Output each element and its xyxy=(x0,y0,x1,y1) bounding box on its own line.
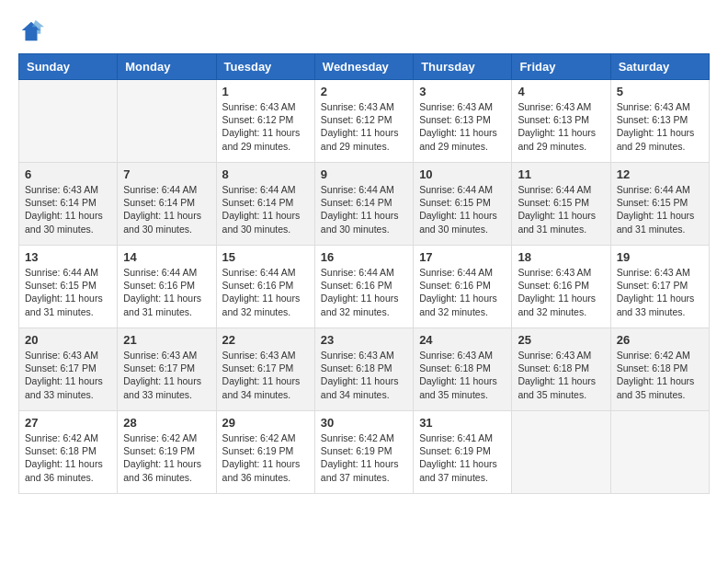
day-number: 27 xyxy=(25,416,111,430)
calendar-cell: 21Sunrise: 6:43 AMSunset: 6:17 PMDayligh… xyxy=(118,328,216,411)
cell-info: Sunrise: 6:42 AMSunset: 6:19 PMDaylight:… xyxy=(321,431,407,484)
calendar-cell: 4Sunrise: 6:43 AMSunset: 6:13 PMDaylight… xyxy=(512,80,610,163)
calendar-cell: 23Sunrise: 6:43 AMSunset: 6:18 PMDayligh… xyxy=(314,328,413,411)
cell-info: Sunrise: 6:43 AMSunset: 6:17 PMDaylight:… xyxy=(123,349,210,401)
calendar-cell: 1Sunrise: 6:43 AMSunset: 6:12 PMDaylight… xyxy=(216,80,314,163)
weekday-header: Friday xyxy=(512,54,610,80)
day-number: 20 xyxy=(25,333,111,347)
calendar-cell: 18Sunrise: 6:43 AMSunset: 6:16 PMDayligh… xyxy=(512,246,610,328)
day-number: 31 xyxy=(419,416,506,430)
cell-info: Sunrise: 6:44 AMSunset: 6:16 PMDaylight:… xyxy=(419,266,506,318)
calendar-header-row: SundayMondayTuesdayWednesdayThursdayFrid… xyxy=(19,54,710,80)
weekday-header: Thursday xyxy=(414,54,512,80)
calendar-cell: 11Sunrise: 6:44 AMSunset: 6:15 PMDayligh… xyxy=(512,163,610,246)
cell-info: Sunrise: 6:43 AMSunset: 6:13 PMDaylight:… xyxy=(518,100,604,153)
weekday-header: Monday xyxy=(118,54,216,80)
cell-info: Sunrise: 6:43 AMSunset: 6:12 PMDaylight:… xyxy=(321,100,407,153)
cell-info: Sunrise: 6:43 AMSunset: 6:18 PMDaylight:… xyxy=(321,349,407,401)
calendar-cell: 24Sunrise: 6:43 AMSunset: 6:18 PMDayligh… xyxy=(414,328,512,411)
day-number: 12 xyxy=(617,167,703,181)
day-number: 8 xyxy=(222,167,309,181)
cell-info: Sunrise: 6:42 AMSunset: 6:19 PMDaylight:… xyxy=(222,431,309,484)
day-number: 1 xyxy=(222,85,309,98)
day-number: 7 xyxy=(123,167,210,181)
cell-info: Sunrise: 6:42 AMSunset: 6:18 PMDaylight:… xyxy=(25,431,111,484)
weekday-header: Tuesday xyxy=(216,54,314,80)
calendar-cell: 25Sunrise: 6:43 AMSunset: 6:18 PMDayligh… xyxy=(512,328,610,411)
cell-info: Sunrise: 6:44 AMSunset: 6:15 PMDaylight:… xyxy=(518,183,604,236)
calendar-cell xyxy=(19,80,118,163)
day-number: 10 xyxy=(419,167,506,181)
day-number: 9 xyxy=(321,167,407,181)
calendar-cell: 17Sunrise: 6:44 AMSunset: 6:16 PMDayligh… xyxy=(414,246,512,328)
day-number: 14 xyxy=(123,250,210,264)
calendar-cell: 26Sunrise: 6:42 AMSunset: 6:18 PMDayligh… xyxy=(610,328,709,411)
day-number: 16 xyxy=(321,250,407,264)
cell-info: Sunrise: 6:43 AMSunset: 6:18 PMDaylight:… xyxy=(518,349,604,401)
weekday-header: Wednesday xyxy=(314,54,413,80)
day-number: 17 xyxy=(419,250,506,264)
cell-info: Sunrise: 6:44 AMSunset: 6:15 PMDaylight:… xyxy=(617,183,703,236)
calendar-cell: 7Sunrise: 6:44 AMSunset: 6:14 PMDaylight… xyxy=(118,163,216,246)
cell-info: Sunrise: 6:41 AMSunset: 6:19 PMDaylight:… xyxy=(419,431,506,484)
cell-info: Sunrise: 6:44 AMSunset: 6:14 PMDaylight:… xyxy=(222,183,309,236)
calendar-week-row: 27Sunrise: 6:42 AMSunset: 6:18 PMDayligh… xyxy=(19,411,710,494)
calendar-cell: 19Sunrise: 6:43 AMSunset: 6:17 PMDayligh… xyxy=(610,246,709,328)
day-number: 24 xyxy=(419,333,506,347)
day-number: 23 xyxy=(321,333,407,347)
day-number: 5 xyxy=(617,85,703,98)
day-number: 29 xyxy=(222,416,309,430)
day-number: 28 xyxy=(123,416,210,430)
calendar-cell: 9Sunrise: 6:44 AMSunset: 6:14 PMDaylight… xyxy=(314,163,413,246)
calendar-cell: 15Sunrise: 6:44 AMSunset: 6:16 PMDayligh… xyxy=(216,246,314,328)
cell-info: Sunrise: 6:43 AMSunset: 6:18 PMDaylight:… xyxy=(419,349,506,401)
calendar-cell: 16Sunrise: 6:44 AMSunset: 6:16 PMDayligh… xyxy=(314,246,413,328)
cell-info: Sunrise: 6:43 AMSunset: 6:13 PMDaylight:… xyxy=(419,100,506,153)
cell-info: Sunrise: 6:44 AMSunset: 6:15 PMDaylight:… xyxy=(25,266,111,318)
day-number: 6 xyxy=(25,167,111,181)
day-number: 11 xyxy=(518,167,604,181)
calendar-week-row: 13Sunrise: 6:44 AMSunset: 6:15 PMDayligh… xyxy=(19,246,710,328)
day-number: 19 xyxy=(617,250,703,264)
day-number: 2 xyxy=(321,85,407,98)
cell-info: Sunrise: 6:44 AMSunset: 6:14 PMDaylight:… xyxy=(321,183,407,236)
weekday-header: Saturday xyxy=(610,54,709,80)
cell-info: Sunrise: 6:42 AMSunset: 6:18 PMDaylight:… xyxy=(617,349,703,401)
cell-info: Sunrise: 6:42 AMSunset: 6:19 PMDaylight:… xyxy=(123,431,210,484)
day-number: 21 xyxy=(123,333,210,347)
cell-info: Sunrise: 6:44 AMSunset: 6:16 PMDaylight:… xyxy=(222,266,309,318)
day-number: 3 xyxy=(419,85,506,98)
cell-info: Sunrise: 6:43 AMSunset: 6:13 PMDaylight:… xyxy=(617,100,703,153)
cell-info: Sunrise: 6:44 AMSunset: 6:16 PMDaylight:… xyxy=(321,266,407,318)
calendar-cell: 10Sunrise: 6:44 AMSunset: 6:15 PMDayligh… xyxy=(414,163,512,246)
calendar-cell: 3Sunrise: 6:43 AMSunset: 6:13 PMDaylight… xyxy=(414,80,512,163)
weekday-header: Sunday xyxy=(19,54,118,80)
calendar-cell xyxy=(118,80,216,163)
cell-info: Sunrise: 6:43 AMSunset: 6:12 PMDaylight:… xyxy=(222,100,309,153)
day-number: 26 xyxy=(617,333,703,347)
calendar-cell: 12Sunrise: 6:44 AMSunset: 6:15 PMDayligh… xyxy=(610,163,709,246)
calendar-cell: 13Sunrise: 6:44 AMSunset: 6:15 PMDayligh… xyxy=(19,246,118,328)
calendar-cell: 6Sunrise: 6:43 AMSunset: 6:14 PMDaylight… xyxy=(19,163,118,246)
day-number: 18 xyxy=(518,250,604,264)
calendar-cell: 22Sunrise: 6:43 AMSunset: 6:17 PMDayligh… xyxy=(216,328,314,411)
calendar-cell: 20Sunrise: 6:43 AMSunset: 6:17 PMDayligh… xyxy=(19,328,118,411)
calendar-cell: 29Sunrise: 6:42 AMSunset: 6:19 PMDayligh… xyxy=(216,411,314,494)
day-number: 25 xyxy=(518,333,604,347)
calendar-cell: 30Sunrise: 6:42 AMSunset: 6:19 PMDayligh… xyxy=(314,411,413,494)
cell-info: Sunrise: 6:43 AMSunset: 6:16 PMDaylight:… xyxy=(518,266,604,318)
logo-icon xyxy=(18,18,44,44)
calendar-cell: 5Sunrise: 6:43 AMSunset: 6:13 PMDaylight… xyxy=(610,80,709,163)
calendar-cell: 27Sunrise: 6:42 AMSunset: 6:18 PMDayligh… xyxy=(19,411,118,494)
calendar-week-row: 6Sunrise: 6:43 AMSunset: 6:14 PMDaylight… xyxy=(19,163,710,246)
day-number: 30 xyxy=(321,416,407,430)
calendar-week-row: 1Sunrise: 6:43 AMSunset: 6:12 PMDaylight… xyxy=(19,80,710,163)
calendar-cell: 8Sunrise: 6:44 AMSunset: 6:14 PMDaylight… xyxy=(216,163,314,246)
calendar-cell xyxy=(610,411,709,494)
logo xyxy=(18,18,48,44)
cell-info: Sunrise: 6:43 AMSunset: 6:14 PMDaylight:… xyxy=(25,183,111,236)
cell-info: Sunrise: 6:43 AMSunset: 6:17 PMDaylight:… xyxy=(25,349,111,401)
day-number: 22 xyxy=(222,333,309,347)
calendar-cell: 28Sunrise: 6:42 AMSunset: 6:19 PMDayligh… xyxy=(118,411,216,494)
cell-info: Sunrise: 6:43 AMSunset: 6:17 PMDaylight:… xyxy=(617,266,703,318)
